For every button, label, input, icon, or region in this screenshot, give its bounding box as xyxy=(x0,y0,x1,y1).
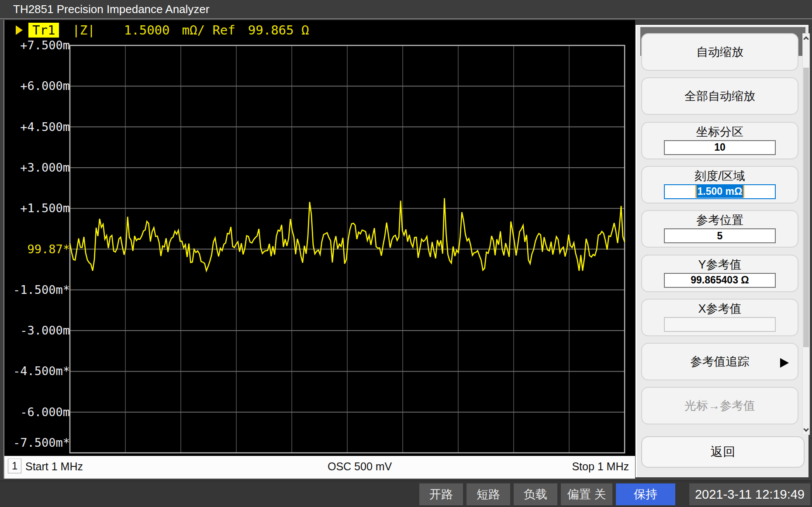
y-axis-tick-label: +7.500m xyxy=(4,38,70,52)
sidebar-item-field-5[interactable]: Y参考值99.865403 Ω xyxy=(641,255,798,292)
sidebar-field-input[interactable]: 5 xyxy=(664,228,776,243)
submenu-arrow-icon xyxy=(780,358,789,368)
y-axis-tick-label: +4.500m xyxy=(4,120,70,134)
sidebar-field-label: 坐标分区 xyxy=(642,124,798,139)
sidebar-field-label: 刻度/区域 xyxy=(642,169,798,183)
y-axis-tick-label: +1.500m xyxy=(4,201,70,215)
datetime-display: 2021-3-11 12:19:49 xyxy=(689,483,810,505)
scroll-up-icon[interactable] xyxy=(803,36,809,42)
active-trace-arrow-icon xyxy=(16,25,23,35)
bottombar-button-1[interactable]: 短路 xyxy=(466,483,510,505)
bottombar-button-0[interactable]: 开路 xyxy=(419,483,463,505)
sidebar-item-field-3[interactable]: 刻度/区域1.500 mΩ xyxy=(641,166,798,203)
bottom-toolbar: 开路短路负载偏置 关保持 2021-3-11 12:19:49 xyxy=(0,480,812,507)
trace-scale-unit: mΩ/ Ref xyxy=(182,23,235,38)
sidebar-button-label: 自动缩放 xyxy=(642,34,798,70)
sidebar-scrollbar[interactable] xyxy=(802,33,810,435)
selected-input-text: 1.500 mΩ xyxy=(695,185,745,198)
sidebar-item-field-2[interactable]: 坐标分区10 xyxy=(641,122,798,159)
channel-number-badge: 1 xyxy=(8,459,21,473)
vertical-axis-settings-menu: 纵坐标设置 自动缩放全部自动缩放坐标分区10刻度/区域1.500 mΩ参考位置5… xyxy=(636,25,809,477)
y-axis-tick-label: -3.000m xyxy=(4,324,70,338)
sidebar-field-input[interactable] xyxy=(664,317,776,332)
trace-info-bar: Tr1 |Z| 1.5000 mΩ/ Ref 99.865 Ω xyxy=(11,23,309,38)
sidebar-field-input[interactable]: 1.500 mΩ xyxy=(664,184,776,199)
sweep-status-strip: 1 Start 1 MHz OSC 500 mV Stop 1 MHz xyxy=(4,456,635,479)
window-title: TH2851 Precision Impedance Analyzer xyxy=(0,0,812,19)
impedance-plot xyxy=(4,20,636,479)
sidebar-field-label: X参考值 xyxy=(642,301,798,316)
y-axis-reference-label: 99.87* xyxy=(4,242,70,256)
scrollbar-thumb[interactable] xyxy=(803,68,809,347)
y-axis-tick-label: -7.500m* xyxy=(4,436,70,450)
scroll-down-icon[interactable] xyxy=(803,426,809,432)
sidebar-item-field-6[interactable]: X参考值 xyxy=(641,299,798,336)
sidebar-item-field-4[interactable]: 参考位置5 xyxy=(641,210,798,248)
back-button[interactable]: 返回 xyxy=(641,436,805,468)
osc-level-label: OSC 500 mV xyxy=(328,460,392,473)
bottombar-button-4[interactable]: 保持 xyxy=(616,483,675,505)
trace-parameter: |Z| xyxy=(72,23,95,38)
sweep-stop-label: Stop 1 MHz xyxy=(572,460,629,473)
sidebar-field-input[interactable]: 99.865403 Ω xyxy=(664,273,776,288)
sidebar-item-button-0[interactable]: 自动缩放 xyxy=(641,33,798,71)
sidebar-item-button-1[interactable]: 全部自动缩放 xyxy=(641,77,798,115)
sidebar-field-label: Y参考值 xyxy=(642,257,798,272)
y-axis-tick-label: -6.000m xyxy=(4,405,70,419)
sidebar-button-label: 光标→参考值 xyxy=(642,388,798,424)
bottombar-button-3[interactable]: 偏置 关 xyxy=(561,483,612,505)
sidebar-item-button-7[interactable]: 参考值追踪 xyxy=(641,343,798,380)
sidebar-button-label: 参考值追踪 xyxy=(642,344,798,379)
y-axis-tick-label: +6.000m xyxy=(4,79,70,93)
sidebar-field-input[interactable]: 10 xyxy=(664,140,776,155)
trace-name-badge[interactable]: Tr1 xyxy=(28,23,59,38)
y-axis-tick-label: +3.000m xyxy=(4,161,70,175)
trace-scale-value: 1.5000 xyxy=(124,23,170,38)
trace-reference-value: 99.865 Ω xyxy=(248,23,309,38)
sidebar-item-button-8: 光标→参考值 xyxy=(641,387,798,424)
sidebar-field-label: 参考位置 xyxy=(642,213,798,228)
sweep-start-label: Start 1 MHz xyxy=(25,460,83,473)
plot-panel: Tr1 |Z| 1.5000 mΩ/ Ref 99.865 Ω +7.500m+… xyxy=(3,20,635,479)
bottombar-button-2[interactable]: 负载 xyxy=(514,483,557,505)
sidebar-button-label: 全部自动缩放 xyxy=(642,78,798,114)
y-axis-tick-label: -1.500m* xyxy=(4,283,70,297)
y-axis-tick-label: -4.500m* xyxy=(4,364,70,378)
